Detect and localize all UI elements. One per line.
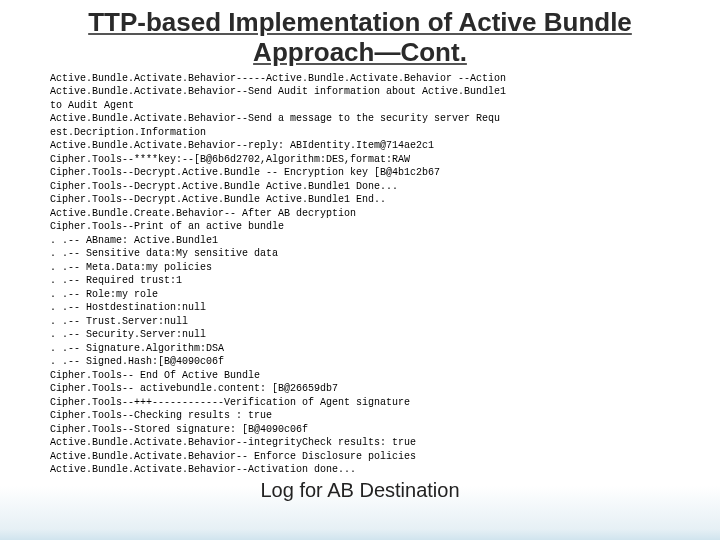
log-line: est.Decription.Information bbox=[50, 126, 690, 140]
log-line: Cipher.Tools--Print of an active bundle bbox=[50, 220, 690, 234]
title-line-2: Approach—Cont. bbox=[253, 37, 467, 67]
log-line: . .-- Signed.Hash:[B@4090c06f bbox=[50, 355, 690, 369]
log-line: . .-- Trust.Server:null bbox=[50, 315, 690, 329]
log-line: Cipher.Tools--Decrypt.Active.Bundle Acti… bbox=[50, 193, 690, 207]
log-line: Cipher.Tools-- End Of Active Bundle bbox=[50, 369, 690, 383]
log-line: Cipher.Tools--Decrypt.Active.Bundle Acti… bbox=[50, 180, 690, 194]
log-line: . .-- Meta.Data:my policies bbox=[50, 261, 690, 275]
log-line: to Audit Agent bbox=[50, 99, 690, 113]
log-line: Active.Bundle.Activate.Behavior-----Acti… bbox=[50, 72, 690, 86]
log-line: Cipher.Tools--Stored signature: [B@4090c… bbox=[50, 423, 690, 437]
log-line: Active.Bundle.Activate.Behavior-- Enforc… bbox=[50, 450, 690, 464]
log-line: Active.Bundle.Activate.Behavior--reply: … bbox=[50, 139, 690, 153]
log-line: Active.Bundle.Activate.Behavior--Send a … bbox=[50, 112, 690, 126]
log-line: . .-- Signature.Algorithm:DSA bbox=[50, 342, 690, 356]
log-line: Cipher.Tools--+++------------Verificatio… bbox=[50, 396, 690, 410]
log-line: . .-- Required trust:1 bbox=[50, 274, 690, 288]
log-line: . .-- ABname: Active.Bundle1 bbox=[50, 234, 690, 248]
log-output: Active.Bundle.Activate.Behavior-----Acti… bbox=[50, 72, 690, 477]
title-line-1: TTP-based Implementation of Active Bundl… bbox=[88, 7, 632, 37]
log-line: . .-- Security.Server:null bbox=[50, 328, 690, 342]
slide: TTP-based Implementation of Active Bundl… bbox=[0, 0, 720, 540]
log-line: . .-- Role:my role bbox=[50, 288, 690, 302]
log-line: Active.Bundle.Create.Behavior-- After AB… bbox=[50, 207, 690, 221]
log-line: Cipher.Tools--****key:--[B@6b6d2702,Algo… bbox=[50, 153, 690, 167]
log-line: Active.Bundle.Activate.Behavior--Send Au… bbox=[50, 85, 690, 99]
log-line: Cipher.Tools--Decrypt.Active.Bundle -- E… bbox=[50, 166, 690, 180]
log-line: Active.Bundle.Activate.Behavior--Activat… bbox=[50, 463, 690, 477]
log-line: Cipher.Tools--Checking results : true bbox=[50, 409, 690, 423]
slide-title: TTP-based Implementation of Active Bundl… bbox=[0, 0, 720, 68]
log-line: Active.Bundle.Activate.Behavior--integri… bbox=[50, 436, 690, 450]
log-line: . .-- Hostdestination:null bbox=[50, 301, 690, 315]
log-line: Cipher.Tools-- activebundle.content: [B@… bbox=[50, 382, 690, 396]
log-line: . .-- Sensitive data:My sensitive data bbox=[50, 247, 690, 261]
caption-text: Log for AB Destination bbox=[0, 479, 720, 502]
